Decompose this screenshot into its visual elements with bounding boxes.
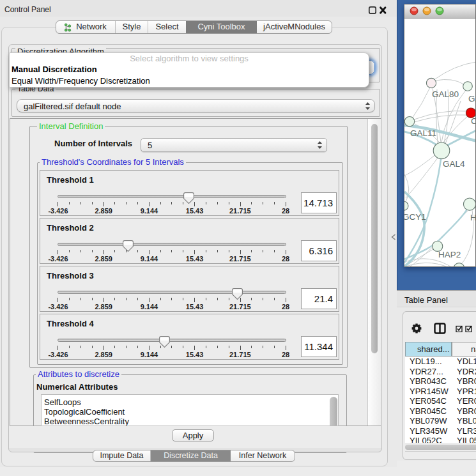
svg-text:GAL80: GAL80 [432, 89, 459, 99]
svg-text:C: C [471, 116, 475, 126]
svg-text:GCY1: GCY1 [404, 212, 426, 222]
svg-text:GA: GA [468, 94, 475, 104]
svg-text:H: H [470, 213, 475, 222]
svg-text:GAL11: GAL11 [410, 128, 436, 138]
svg-text:HAP2: HAP2 [438, 250, 461, 259]
svg-text:GAL4: GAL4 [443, 159, 465, 169]
